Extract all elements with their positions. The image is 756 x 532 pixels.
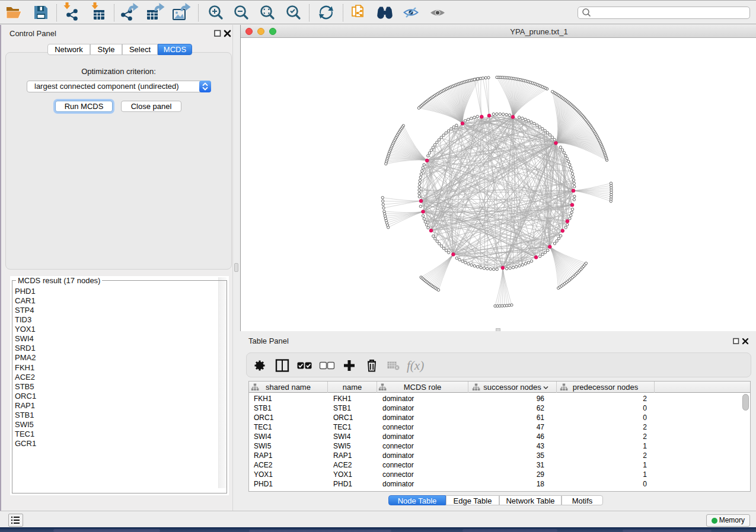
svg-text:f(x): f(x) bbox=[407, 358, 424, 373]
